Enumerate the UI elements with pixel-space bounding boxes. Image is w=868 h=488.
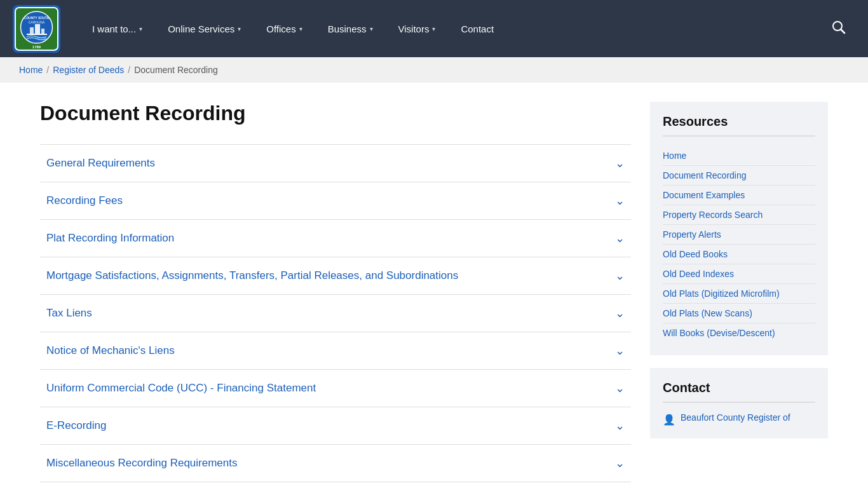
svg-text:1789: 1789	[32, 45, 41, 49]
accordion-header-mortgage-satisfactions[interactable]: Mortgage Satisfactions, Assignments, Tra…	[40, 257, 631, 294]
sidebar-resources: Resources Home Document Recording Docume…	[650, 102, 828, 355]
chevron-down-icon: ⌄	[615, 194, 625, 208]
accordion-item-tax-liens: Tax Liens ⌄	[40, 294, 631, 332]
accordion-item-mechanic-liens: Notice of Mechanic's Liens ⌄	[40, 332, 631, 369]
accordion-item-recording-fees: Recording Fees ⌄	[40, 182, 631, 219]
accordion-title-plat-recording: Plat Recording Information	[46, 232, 174, 245]
sidebar-contact: Contact 👤 Beaufort County Register of	[650, 368, 828, 438]
nav-item-i-want-to[interactable]: I want to... ▾	[79, 17, 155, 41]
breadcrumb-current: Document Recording	[134, 65, 218, 75]
accordion-item-miscellaneous: Miscellaneous Recording Requirements ⌄	[40, 444, 631, 482]
nav-item-online-services[interactable]: Online Services ▾	[155, 17, 254, 41]
page-title: Document Recording	[40, 102, 631, 125]
logo[interactable]: COUNTY SOUTH CAROLINA 1789	[13, 5, 60, 53]
breadcrumb-register-of-deeds[interactable]: Register of Deeds	[53, 65, 124, 75]
accordion-header-mechanic-liens[interactable]: Notice of Mechanic's Liens ⌄	[40, 332, 631, 369]
accordion-header-e-recording[interactable]: E-Recording ⌄	[40, 407, 631, 444]
content-area: Document Recording General Requirements …	[40, 102, 631, 482]
sidebar-link-property-alerts[interactable]: Property Alerts	[663, 225, 815, 245]
svg-rect-7	[35, 24, 40, 34]
nav-item-business[interactable]: Business ▾	[315, 17, 386, 41]
chevron-down-icon: ⌄	[615, 306, 625, 320]
accordion-header-general-requirements[interactable]: General Requirements ⌄	[40, 145, 631, 182]
accordion-header-ucc[interactable]: Uniform Commercial Code (UCC) - Financin…	[40, 370, 631, 407]
sidebar-link-document-examples[interactable]: Document Examples	[663, 186, 815, 205]
chevron-down-icon: ⌄	[615, 456, 625, 470]
chevron-down-icon: ⌄	[615, 344, 625, 358]
sidebar-contact-title: Contact	[663, 381, 815, 403]
sidebar-resources-title: Resources	[663, 114, 815, 137]
svg-rect-6	[30, 27, 34, 34]
sidebar-link-home[interactable]: Home	[663, 146, 815, 166]
accordion-item-e-recording: E-Recording ⌄	[40, 407, 631, 444]
accordion-title-ucc: Uniform Commercial Code (UCC) - Financin…	[46, 382, 316, 395]
accordion-header-tax-liens[interactable]: Tax Liens ⌄	[40, 295, 631, 332]
breadcrumb-sep-1: /	[46, 65, 49, 75]
chevron-down-icon: ▾	[139, 25, 142, 32]
navbar-links: I want to... ▾ Online Services ▾ Offices…	[79, 17, 822, 41]
sidebar-link-old-deed-books[interactable]: Old Deed Books	[663, 245, 815, 264]
accordion-title-general-requirements: General Requirements	[46, 157, 155, 170]
contact-row: 👤 Beaufort County Register of	[663, 412, 815, 426]
accordion: General Requirements ⌄ Recording Fees ⌄ …	[40, 144, 631, 482]
accordion-title-e-recording: E-Recording	[46, 419, 107, 432]
svg-line-12	[841, 29, 845, 33]
accordion-title-mechanic-liens: Notice of Mechanic's Liens	[46, 344, 175, 357]
chevron-down-icon: ▾	[370, 25, 373, 32]
navbar: COUNTY SOUTH CAROLINA 1789 I want to... …	[0, 0, 868, 57]
accordion-header-recording-fees[interactable]: Recording Fees ⌄	[40, 182, 631, 219]
chevron-down-icon: ⌄	[615, 231, 625, 245]
svg-text:COUNTY SOUTH: COUNTY SOUTH	[24, 16, 50, 20]
breadcrumb: Home / Register of Deeds / Document Reco…	[0, 57, 868, 83]
svg-text:CAROLINA: CAROLINA	[29, 20, 45, 24]
sidebar-link-document-recording[interactable]: Document Recording	[663, 166, 815, 186]
person-icon: 👤	[663, 414, 675, 426]
accordion-item-ucc: Uniform Commercial Code (UCC) - Financin…	[40, 369, 631, 407]
search-icon[interactable]	[822, 14, 855, 44]
accordion-item-mortgage-satisfactions: Mortgage Satisfactions, Assignments, Tra…	[40, 257, 631, 294]
chevron-down-icon: ▾	[299, 25, 302, 32]
svg-rect-8	[41, 29, 44, 34]
chevron-down-icon: ▾	[432, 25, 435, 32]
nav-item-visitors[interactable]: Visitors ▾	[386, 17, 449, 41]
breadcrumb-sep-2: /	[128, 65, 130, 75]
accordion-title-mortgage-satisfactions: Mortgage Satisfactions, Assignments, Tra…	[46, 269, 458, 282]
svg-rect-9	[27, 34, 47, 35]
nav-item-contact[interactable]: Contact	[448, 17, 506, 41]
sidebar-link-old-deed-indexes[interactable]: Old Deed Indexes	[663, 264, 815, 284]
accordion-title-recording-fees: Recording Fees	[46, 194, 123, 207]
chevron-down-icon: ⌄	[615, 419, 625, 433]
accordion-item-general-requirements: General Requirements ⌄	[40, 144, 631, 182]
sidebar-link-property-records-search[interactable]: Property Records Search	[663, 205, 815, 225]
accordion-title-tax-liens: Tax Liens	[46, 307, 92, 320]
accordion-header-plat-recording[interactable]: Plat Recording Information ⌄	[40, 220, 631, 257]
chevron-down-icon: ⌄	[615, 381, 625, 395]
chevron-down-icon: ⌄	[615, 156, 625, 170]
nav-item-offices[interactable]: Offices ▾	[254, 17, 315, 41]
breadcrumb-home[interactable]: Home	[19, 65, 43, 75]
accordion-header-miscellaneous[interactable]: Miscellaneous Recording Requirements ⌄	[40, 445, 631, 482]
main-container: Document Recording General Requirements …	[21, 83, 847, 488]
accordion-item-plat-recording: Plat Recording Information ⌄	[40, 219, 631, 257]
chevron-down-icon: ⌄	[615, 269, 625, 283]
accordion-title-miscellaneous: Miscellaneous Recording Requirements	[46, 457, 237, 470]
sidebar-link-old-plats-new-scans[interactable]: Old Plats (New Scans)	[663, 304, 815, 323]
sidebar: Resources Home Document Recording Docume…	[650, 102, 828, 482]
contact-text: Beaufort County Register of	[681, 412, 790, 423]
sidebar-link-will-books[interactable]: Will Books (Devise/Descent)	[663, 323, 815, 342]
sidebar-link-old-plats-microfilm[interactable]: Old Plats (Digitized Microfilm)	[663, 284, 815, 304]
chevron-down-icon: ▾	[238, 25, 241, 32]
